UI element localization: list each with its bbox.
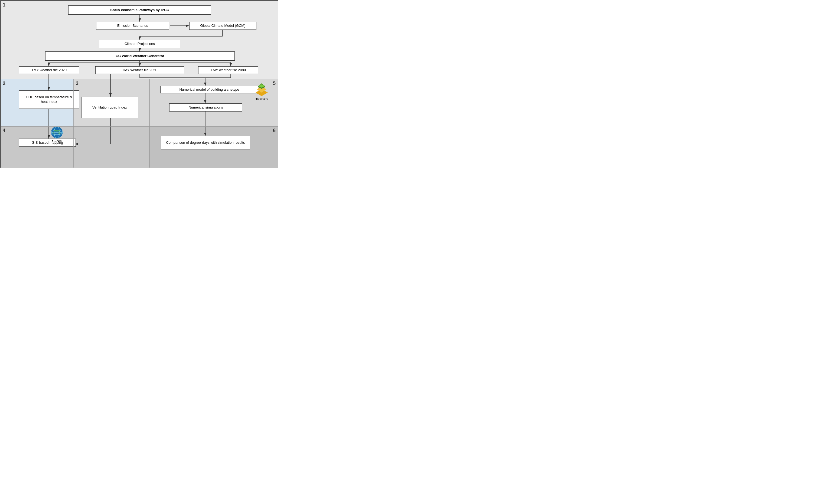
diagram-container: 1 2 3 4 5 6 bbox=[0, 0, 278, 168]
box-climate-proj: Climate Projections bbox=[99, 40, 180, 48]
trnsys-label: TRNSYS bbox=[253, 98, 270, 101]
section-label-6: 6 bbox=[273, 128, 276, 133]
box-cdd: CDD based on temperature & heat index bbox=[19, 90, 79, 109]
section-label-1: 1 bbox=[3, 2, 5, 8]
section-label-2: 2 bbox=[3, 81, 5, 86]
section-label-4: 4 bbox=[3, 128, 5, 133]
box-tmy2050: TMY weather file 2050 bbox=[95, 66, 184, 74]
box-gcm: Global Climate Model (GCM) bbox=[189, 22, 257, 30]
box-vli: Ventilation Load Index bbox=[81, 97, 138, 118]
box-tmy2020: TMY weather file 2020 bbox=[19, 66, 79, 74]
box-numerical-sim: Numerical simulations bbox=[169, 103, 242, 111]
box-tmy2080: TMY weather file 2080 bbox=[198, 66, 258, 74]
box-ipcc: Socio-economic Pathways by IPCC bbox=[68, 5, 211, 15]
box-weather-gen: CC World Weather Generator bbox=[45, 51, 235, 61]
section-label-5: 5 bbox=[273, 81, 276, 86]
box-comparison: Comparison of degree-days with simulatio… bbox=[161, 136, 250, 149]
box-emission: Emission Scenarios bbox=[96, 22, 169, 30]
section-label-3: 3 bbox=[76, 81, 79, 86]
box-numerical-model: Numerical model of building archetype bbox=[160, 86, 258, 93]
trnsys-icon: TRNSYS bbox=[253, 81, 270, 101]
section-45-bg bbox=[74, 126, 149, 168]
arcgis-label: ArcGIS bbox=[47, 140, 66, 143]
arcgis-icon bbox=[50, 126, 64, 139]
